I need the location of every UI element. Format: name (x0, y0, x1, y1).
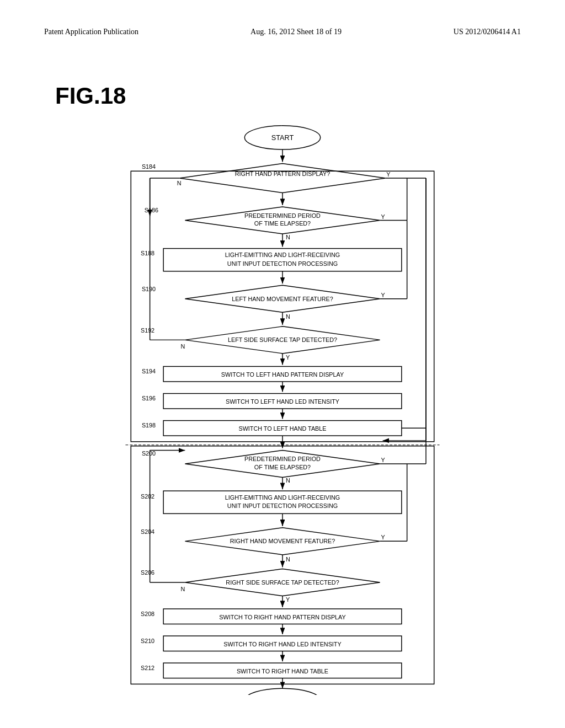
svg-text:Y: Y (381, 213, 385, 220)
flowchart: START S184 RIGHT HAND PATTERN DISPLAY? N… (44, 121, 521, 695)
svg-text:S210: S210 (141, 638, 154, 644)
svg-text:Y: Y (386, 171, 390, 178)
svg-text:N: N (181, 343, 185, 350)
svg-text:Y: Y (381, 457, 385, 463)
svg-text:OF TIME ELAPSED?: OF TIME ELAPSED? (254, 220, 311, 227)
svg-text:RIGHT SIDE SURFACE TAP DETECTE: RIGHT SIDE SURFACE TAP DETECTED? (226, 579, 339, 586)
header-right: US 2012/0206414 A1 (454, 28, 521, 36)
header-left: Patent Application Publication (44, 28, 138, 36)
svg-text:N: N (286, 234, 290, 240)
svg-text:RIGHT HAND MOVEMENT FEATURE?: RIGHT HAND MOVEMENT FEATURE? (230, 538, 335, 544)
page-header: Patent Application Publication Aug. 16, … (44, 28, 521, 36)
svg-text:LEFT SIDE SURFACE TAP DETECTED: LEFT SIDE SURFACE TAP DETECTED? (228, 336, 337, 343)
svg-text:LIGHT-EMITTING AND LIGHT-RECEI: LIGHT-EMITTING AND LIGHT-RECEIVING (225, 251, 340, 258)
svg-text:SWITCH TO RIGHT HAND LED INTEN: SWITCH TO RIGHT HAND LED INTENSITY (223, 641, 341, 647)
svg-text:S208: S208 (141, 611, 154, 617)
svg-text:S184: S184 (142, 163, 156, 170)
svg-text:S192: S192 (141, 327, 154, 334)
svg-text:Y: Y (381, 534, 385, 540)
svg-text:UNIT INPUT DETECTION PROCESSIN: UNIT INPUT DETECTION PROCESSING (227, 503, 338, 510)
svg-text:Y: Y (286, 596, 290, 603)
svg-text:N: N (181, 586, 185, 592)
svg-text:PREDETERMINED PERIOD: PREDETERMINED PERIOD (244, 212, 321, 219)
svg-text:SWITCH TO RIGHT HAND  TABLE: SWITCH TO RIGHT HAND TABLE (237, 668, 328, 675)
svg-text:Y: Y (286, 354, 290, 361)
figure-title: FIG.18 (55, 83, 126, 109)
svg-text:S204: S204 (141, 528, 154, 535)
svg-text:S186: S186 (145, 207, 158, 213)
svg-text:SWITCH TO RIGHT HAND PATTERN D: SWITCH TO RIGHT HAND PATTERN DISPLAY (219, 614, 345, 620)
svg-text:N: N (177, 180, 182, 186)
svg-text:N: N (286, 477, 290, 484)
svg-text:PREDETERMINED PERIOD: PREDETERMINED PERIOD (244, 456, 321, 462)
svg-text:S200: S200 (142, 450, 156, 457)
svg-text:LEFT HAND MOVEMENT FEATURE?: LEFT HAND MOVEMENT FEATURE? (232, 296, 333, 302)
svg-text:START: START (271, 133, 294, 142)
svg-text:SWITCH TO LEFT HAND PATTERN DI: SWITCH TO LEFT HAND PATTERN DISPLAY (221, 371, 344, 378)
svg-text:S202: S202 (141, 493, 154, 500)
svg-text:S212: S212 (141, 665, 154, 671)
svg-text:SWITCH TO LEFT HAND TABLE: SWITCH TO LEFT HAND TABLE (239, 425, 327, 432)
svg-text:UNIT INPUT DETECTION PROCESSIN: UNIT INPUT DETECTION PROCESSING (227, 260, 338, 267)
svg-text:Y: Y (381, 292, 385, 298)
svg-point-102 (244, 688, 320, 695)
header-center: Aug. 16, 2012 Sheet 18 of 19 (250, 28, 342, 36)
svg-text:S190: S190 (142, 286, 156, 292)
svg-marker-5 (180, 164, 386, 193)
svg-text:N: N (286, 313, 290, 320)
svg-text:S198: S198 (142, 422, 156, 429)
svg-text:S194: S194 (142, 368, 156, 374)
svg-text:S206: S206 (141, 569, 154, 576)
svg-text:S196: S196 (142, 395, 156, 402)
svg-text:LIGHT-EMITTING AND LIGHT-RECEI: LIGHT-EMITTING AND LIGHT-RECEIVING (225, 494, 340, 501)
svg-text:SWITCH TO LEFT HAND  LED  INTE: SWITCH TO LEFT HAND LED INTENSITY (226, 398, 339, 405)
svg-text:OF TIME ELAPSED?: OF TIME ELAPSED? (254, 464, 311, 470)
svg-text:N: N (286, 556, 290, 563)
flowchart-svg: START S184 RIGHT HAND PATTERN DISPLAY? N… (44, 121, 521, 695)
svg-text:S188: S188 (141, 250, 154, 256)
